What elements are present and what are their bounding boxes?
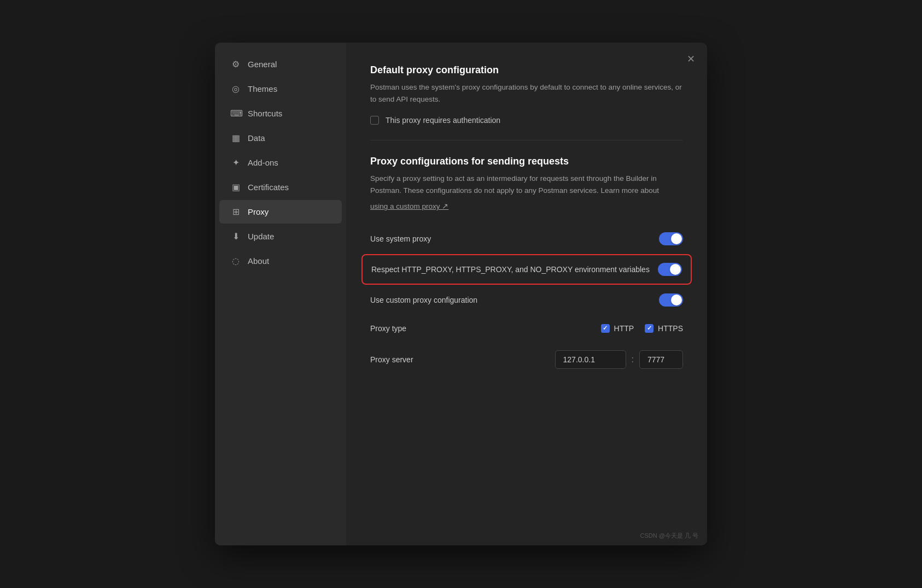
sidebar-item-themes[interactable]: ◎ Themes	[219, 77, 342, 101]
custom-proxy-toggle[interactable]	[659, 293, 683, 307]
update-icon: ⬇	[230, 231, 241, 242]
keyboard-icon: ⌨	[230, 108, 241, 119]
section1-title: Default proxy configuration	[370, 64, 683, 76]
http-checkbox[interactable]	[601, 324, 610, 333]
https-label: HTTPS	[658, 324, 683, 333]
link-row: using a custom proxy ↗	[370, 201, 683, 213]
sidebar: ⚙ General ◎ Themes ⌨ Shortcuts ▦ Data ✦ …	[215, 43, 346, 545]
custom-proxy-row: Use custom proxy configuration	[370, 285, 683, 315]
settings-modal: ✕ ⚙ General ◎ Themes ⌨ Shortcuts ▦ Data …	[215, 43, 707, 545]
sidebar-item-proxy[interactable]: ⊞ Proxy	[219, 200, 342, 224]
env-vars-label: Respect HTTP_PROXY, HTTPS_PROXY, and NO_…	[371, 265, 650, 274]
http-label: HTTP	[614, 324, 634, 333]
sidebar-item-update[interactable]: ⬇ Update	[219, 225, 342, 248]
sidebar-item-addons[interactable]: ✦ Add-ons	[219, 151, 342, 174]
watermark: CSDN @今天是 几 号	[640, 532, 698, 540]
sidebar-item-label: Themes	[248, 84, 277, 93]
main-content: Default proxy configuration Postman uses…	[346, 43, 707, 545]
proxy-icon: ⊞	[230, 207, 241, 217]
default-proxy-section: Default proxy configuration Postman uses…	[370, 64, 683, 125]
section-divider	[370, 140, 683, 140]
colon-separator: :	[632, 355, 634, 364]
section2-title: Proxy configurations for sending request…	[370, 156, 683, 167]
sidebar-item-shortcuts[interactable]: ⌨ Shortcuts	[219, 102, 342, 125]
system-proxy-toggle[interactable]	[659, 232, 683, 245]
custom-proxy-label: Use custom proxy configuration	[370, 296, 477, 304]
proxy-server-label: Proxy server	[370, 355, 413, 364]
sidebar-item-certificates[interactable]: ▣ Certificates	[219, 175, 342, 199]
https-checkbox[interactable]	[645, 324, 653, 333]
sidebar-item-label: Certificates	[248, 183, 289, 192]
data-icon: ▦	[230, 133, 241, 143]
sidebar-item-label: General	[248, 60, 277, 69]
proxy-host-input[interactable]	[555, 350, 626, 369]
gear-icon: ⚙	[230, 59, 241, 69]
certificate-icon: ▣	[230, 182, 241, 192]
system-proxy-row: Use system proxy	[370, 224, 683, 254]
sidebar-item-label: Shortcuts	[248, 109, 282, 118]
sidebar-item-label: Data	[248, 133, 265, 143]
section1-desc: Postman uses the system's proxy configur…	[370, 81, 683, 105]
auth-checkbox-label: This proxy requires authentication	[386, 116, 500, 125]
proxy-type-row: Proxy type HTTP HTTPS	[370, 315, 683, 342]
system-proxy-label: Use system proxy	[370, 234, 431, 243]
proxy-port-input[interactable]	[639, 350, 683, 369]
addons-icon: ✦	[230, 157, 241, 168]
section2-desc: Specify a proxy setting to act as an int…	[370, 173, 683, 213]
proxy-type-options: HTTP HTTPS	[601, 324, 683, 333]
env-vars-row: Respect HTTP_PROXY, HTTPS_PROXY, and NO_…	[361, 254, 692, 285]
http-type-item: HTTP	[601, 324, 634, 333]
env-vars-toggle[interactable]	[658, 263, 682, 276]
sidebar-item-label: Add-ons	[248, 158, 278, 167]
close-button[interactable]: ✕	[683, 51, 698, 67]
sidebar-item-general[interactable]: ⚙ General	[219, 52, 342, 76]
about-icon: ◌	[230, 256, 241, 266]
proxy-config-section: Proxy configurations for sending request…	[370, 156, 683, 213]
sidebar-item-label: Update	[248, 232, 274, 241]
sidebar-item-about[interactable]: ◌ About	[219, 249, 342, 273]
proxy-server-row: Proxy server :	[370, 342, 683, 378]
auth-checkbox[interactable]	[370, 116, 379, 125]
custom-proxy-link[interactable]: using a custom proxy ↗	[370, 201, 448, 213]
sidebar-item-label: Proxy	[248, 207, 269, 216]
proxy-server-inputs: :	[555, 350, 683, 369]
proxy-type-label: Proxy type	[370, 324, 406, 333]
https-type-item: HTTPS	[645, 324, 683, 333]
sidebar-item-label: About	[248, 256, 269, 266]
auth-checkbox-row: This proxy requires authentication	[370, 116, 683, 125]
sidebar-item-data[interactable]: ▦ Data	[219, 126, 342, 150]
themes-icon: ◎	[230, 84, 241, 94]
